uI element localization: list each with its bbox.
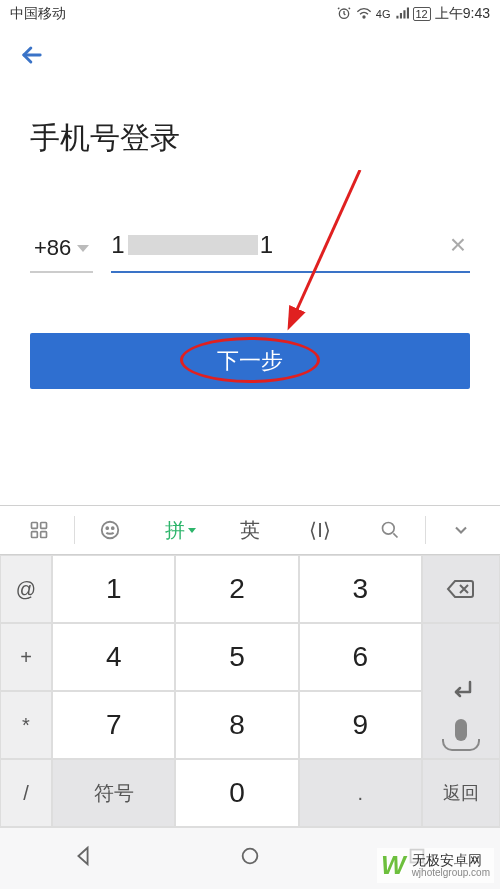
next-step-button[interactable]: 下一步	[30, 333, 470, 389]
kb-key-symbols[interactable]: 符号	[52, 759, 175, 827]
status-right: 4G 12 上午9:43	[336, 5, 490, 24]
chevron-down-icon	[77, 245, 89, 252]
svg-point-10	[383, 523, 395, 535]
status-bar: 中国移动 4G 12 上午9:43	[0, 0, 500, 28]
kb-backspace-icon[interactable]	[422, 555, 500, 623]
kb-pinyin-label: 拼	[165, 517, 185, 544]
svg-point-11	[243, 849, 258, 864]
watermark-brand: 无极安卓网	[412, 853, 490, 867]
kb-collapse-icon[interactable]	[426, 520, 496, 540]
kb-key-8[interactable]: 8	[175, 691, 298, 759]
kb-key-star[interactable]: *	[0, 691, 52, 759]
keyboard-side-col: @ + * /	[0, 555, 52, 827]
phone-input-wrap: 1 1 ×	[111, 229, 470, 273]
kb-key-5[interactable]: 5	[175, 623, 298, 691]
battery-level: 12	[416, 8, 428, 20]
page-title: 手机号登录	[30, 118, 470, 159]
keyboard-grid: @ + * / 1 2 3 4 5 6 7 8 9 符号 0 . 返回	[0, 555, 500, 827]
phone-masked	[128, 235, 258, 255]
svg-point-7	[102, 522, 119, 539]
svg-point-8	[106, 527, 108, 529]
wifi-icon	[356, 6, 372, 23]
kb-apps-icon[interactable]	[4, 520, 74, 540]
next-step-label: 下一步	[217, 346, 283, 376]
country-code-selector[interactable]: +86	[30, 235, 93, 273]
kb-key-4[interactable]: 4	[52, 623, 175, 691]
phone-row: +86 1 1 ×	[30, 229, 470, 273]
kb-key-7[interactable]: 7	[52, 691, 175, 759]
phone-input[interactable]: 1 1	[111, 231, 445, 259]
clear-input-icon[interactable]: ×	[446, 229, 470, 261]
kb-key-slash[interactable]: /	[0, 759, 52, 827]
carrier-label: 中国移动	[10, 5, 66, 23]
svg-rect-6	[41, 532, 47, 538]
chevron-down-icon	[188, 528, 196, 533]
back-arrow-icon[interactable]	[18, 41, 46, 76]
back-row	[0, 28, 500, 88]
kb-ime-pinyin[interactable]: 拼	[145, 517, 215, 544]
kb-key-1[interactable]: 1	[52, 555, 175, 623]
kb-emoji-icon[interactable]	[75, 519, 145, 541]
network-label: 4G	[376, 8, 391, 20]
nav-back-icon[interactable]	[72, 845, 94, 872]
kb-key-9[interactable]: 9	[299, 691, 422, 759]
kb-search-icon[interactable]	[355, 520, 425, 540]
svg-rect-5	[32, 532, 38, 538]
alarm-icon	[336, 5, 352, 24]
kb-key-dot[interactable]: .	[299, 759, 422, 827]
kb-mic-icon[interactable]	[442, 739, 480, 751]
login-content: 手机号登录 +86 1 1 × 下一步	[0, 118, 500, 389]
keyboard: 拼 英 ⟨I⟩ @ + * / 1 2 3 4 5 6 7 8 9 符号	[0, 505, 500, 827]
watermark-logo-icon: W	[381, 850, 406, 881]
battery-indicator: 12	[413, 7, 431, 21]
kb-clipboard-icon[interactable]: ⟨I⟩	[285, 518, 355, 542]
kb-key-6[interactable]: 6	[299, 623, 422, 691]
nav-home-icon[interactable]	[239, 845, 261, 872]
kb-key-0[interactable]: 0	[175, 759, 298, 827]
keyboard-toolbar: 拼 英 ⟨I⟩	[0, 505, 500, 555]
phone-suffix: 1	[260, 231, 274, 259]
svg-rect-4	[41, 523, 47, 529]
kb-key-2[interactable]: 2	[175, 555, 298, 623]
svg-point-1	[363, 16, 365, 18]
svg-rect-3	[32, 523, 38, 529]
svg-point-9	[112, 527, 114, 529]
keyboard-numpad: 1 2 3 4 5 6 7 8 9 符号 0 .	[52, 555, 422, 827]
phone-prefix: 1	[111, 231, 125, 259]
country-code-label: +86	[34, 235, 71, 261]
kb-key-plus[interactable]: +	[0, 623, 52, 691]
kb-key-at[interactable]: @	[0, 555, 52, 623]
watermark-url: wjhotelgroup.com	[412, 867, 490, 878]
kb-ime-english[interactable]: 英	[215, 517, 285, 544]
kb-key-return[interactable]: 返回	[422, 759, 500, 827]
signal-icon	[395, 6, 409, 23]
watermark: W 无极安卓网 wjhotelgroup.com	[377, 848, 494, 883]
time-label: 上午9:43	[435, 5, 490, 23]
keyboard-right-col: 返回	[422, 555, 500, 827]
kb-key-3[interactable]: 3	[299, 555, 422, 623]
